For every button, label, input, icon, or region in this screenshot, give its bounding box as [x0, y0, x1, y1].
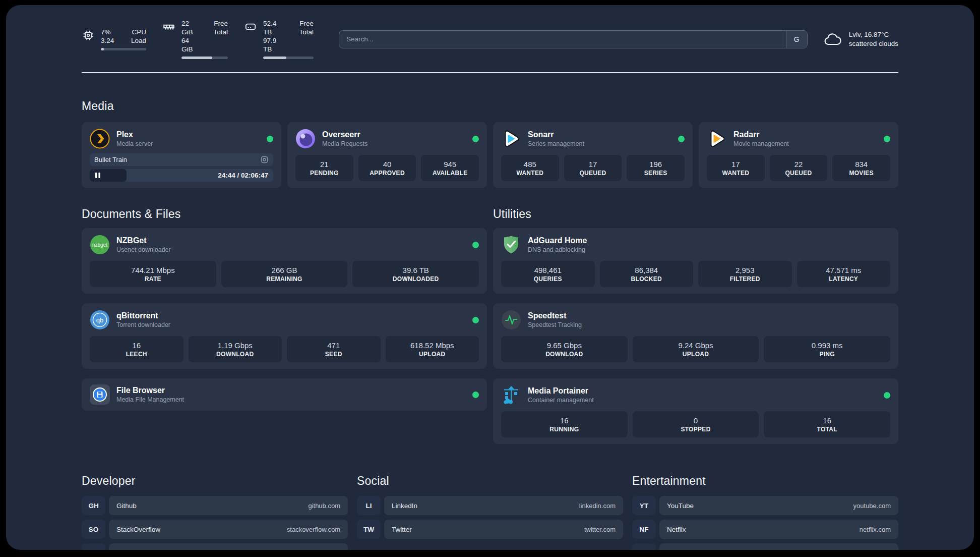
stat-box: 86,384BLOCKED — [600, 261, 694, 287]
status-dot — [472, 136, 479, 142]
radarr-logo-icon — [707, 129, 727, 149]
app-name: Speedtest — [528, 311, 582, 321]
top-bar: 7% 3.24 CPU Load — [82, 5, 898, 59]
app-subtitle: Media server — [116, 140, 153, 148]
link-url: netflix.com — [860, 526, 891, 533]
link-row-dev[interactable]: DT DEV dev.to — [82, 543, 348, 550]
app-name: qBittorrent — [116, 311, 170, 321]
app-name: NZBGet — [116, 236, 171, 246]
system-stat-disk: 52.4 TB 97.9 TB Free Total — [244, 19, 314, 59]
disk-progress-bar — [263, 57, 314, 59]
app-name: Plex — [116, 130, 153, 140]
link-name: Reddit — [667, 549, 687, 550]
link-badge: LI — [357, 496, 381, 515]
app-card-plex[interactable]: Plex Media server Bullet Train — [82, 122, 281, 188]
cpu-load-value: 3.24 — [101, 36, 114, 45]
link-url: stackoverflow.com — [287, 526, 340, 533]
search-bar: G — [339, 30, 808, 48]
app-card-filebrowser[interactable]: File Browser Media File Management — [82, 378, 487, 411]
link-badge: TW — [357, 520, 381, 539]
app-name: AdGuard Home — [528, 236, 587, 246]
stat-box: 471SEED — [287, 336, 381, 362]
link-url: reddit.com — [860, 549, 891, 550]
app-card-adguard[interactable]: AdGuard Home DNS and adblocking 498,461Q… — [493, 228, 898, 294]
app-card-overseerr[interactable]: Overseerr Media Requests 21PENDING 40APP… — [287, 122, 487, 188]
status-dot — [472, 317, 479, 323]
speedtest-logo-icon — [501, 310, 521, 330]
app-subtitle: Speedtest Tracking — [528, 321, 582, 329]
cpu-usage-value: 7% — [101, 28, 114, 36]
overseerr-logo-icon — [295, 129, 316, 149]
search-input[interactable] — [339, 31, 786, 48]
system-stat-ram: 22 GiB 64 GiB Free Total — [162, 19, 228, 59]
stat-box: 744.21 MbpsRATE — [90, 261, 216, 287]
sonarr-logo-icon — [501, 129, 521, 149]
link-row-linkedin[interactable]: LI LinkedIn linkedin.com — [357, 496, 623, 515]
status-dot — [678, 136, 685, 142]
cpu-load-label: Load — [131, 36, 146, 45]
pause-icon[interactable] — [95, 172, 101, 179]
cpu-progress-bar — [101, 48, 146, 50]
weather-location-temp: Lviv, 16.87°C — [849, 30, 898, 39]
dashboard-surface: 7% 3.24 CPU Load — [6, 5, 974, 550]
system-stat-cpu: 7% 3.24 CPU Load — [82, 28, 146, 50]
playback-progress-bar[interactable]: 24:44 / 02:06:47 — [90, 169, 273, 182]
link-row-github[interactable]: GH Github github.com — [82, 496, 348, 515]
link-row-reddit[interactable]: RE Reddit reddit.com — [632, 543, 898, 550]
ram-total-label: Total — [213, 28, 228, 36]
app-name: Radarr — [733, 130, 789, 140]
camera-icon[interactable] — [260, 155, 269, 164]
svg-text:qb: qb — [96, 316, 103, 324]
app-card-portainer[interactable]: Media Portainer Container management 16R… — [493, 378, 898, 444]
link-row-twitter[interactable]: TW Twitter twitter.com — [357, 520, 623, 539]
link-name: Github — [116, 502, 137, 510]
cloud-icon — [823, 31, 843, 47]
app-card-nzbget[interactable]: nzbget NZBGet Usenet downloader 744.21 M… — [82, 228, 487, 294]
disk-total-label: Total — [299, 28, 314, 36]
ram-icon — [162, 20, 175, 33]
link-badge: DT — [82, 543, 105, 550]
section-title-media: Media — [82, 99, 898, 113]
app-subtitle: Usenet downloader — [116, 246, 171, 254]
weather-widget: Lviv, 16.87°C scattered clouds — [823, 30, 898, 48]
adguard-logo-icon — [501, 235, 521, 255]
nzbget-logo-icon: nzbget — [90, 235, 110, 255]
link-name: YouTube — [667, 502, 694, 510]
stat-box: 17WANTED — [707, 155, 765, 181]
app-card-qbittorrent[interactable]: qb qBittorrent Torrent downloader 16LEEC… — [82, 303, 487, 369]
app-name: File Browser — [116, 385, 184, 396]
app-card-sonarr[interactable]: Sonarr Series management 485WANTED 17QUE… — [493, 122, 693, 188]
section-title-social: Social — [357, 474, 623, 488]
status-dot — [267, 136, 273, 142]
filebrowser-logo-icon — [90, 384, 110, 405]
app-card-radarr[interactable]: Radarr Movie management 17WANTED 22QUEUE… — [699, 122, 898, 188]
link-badge: SO — [82, 520, 105, 539]
section-title-utilities: Utilities — [493, 207, 898, 221]
status-dot — [472, 242, 479, 248]
stat-box: 485WANTED — [501, 155, 559, 181]
link-row-netflix[interactable]: NF Netflix netflix.com — [632, 520, 898, 539]
link-row-youtube[interactable]: YT YouTube youtube.com — [632, 496, 898, 515]
now-playing-title: Bullet Train — [94, 156, 127, 163]
app-name: Sonarr — [528, 130, 584, 140]
app-card-speedtest[interactable]: Speedtest Speedtest Tracking 9.65 GbpsDO… — [493, 303, 898, 369]
disk-free-value: 52.4 TB — [263, 19, 286, 36]
link-url: github.com — [308, 502, 340, 510]
link-name: DEV — [116, 549, 131, 550]
stat-box: 1.19 GbpsDOWNLOAD — [189, 336, 282, 362]
link-url: youtube.com — [853, 502, 891, 510]
ram-progress-bar — [181, 57, 228, 59]
status-dot — [884, 136, 890, 142]
link-row-stackoverflow[interactable]: SO StackOverflow stackoverflow.com — [82, 520, 348, 539]
app-subtitle: Container management — [528, 396, 594, 405]
stat-box: 498,461QUERIES — [501, 261, 595, 287]
link-name: Twitter — [392, 526, 412, 533]
app-subtitle: Torrent downloader — [116, 321, 170, 329]
link-url: dev.to — [323, 549, 340, 550]
stat-box: 16TOTAL — [764, 411, 890, 437]
search-engine-button[interactable]: G — [786, 31, 807, 48]
stat-box: 618.52 MbpsUPLOAD — [386, 336, 479, 362]
qbittorrent-logo-icon: qb — [90, 310, 110, 330]
stat-box: 40APPROVED — [358, 155, 416, 181]
link-badge: NF — [632, 520, 656, 539]
